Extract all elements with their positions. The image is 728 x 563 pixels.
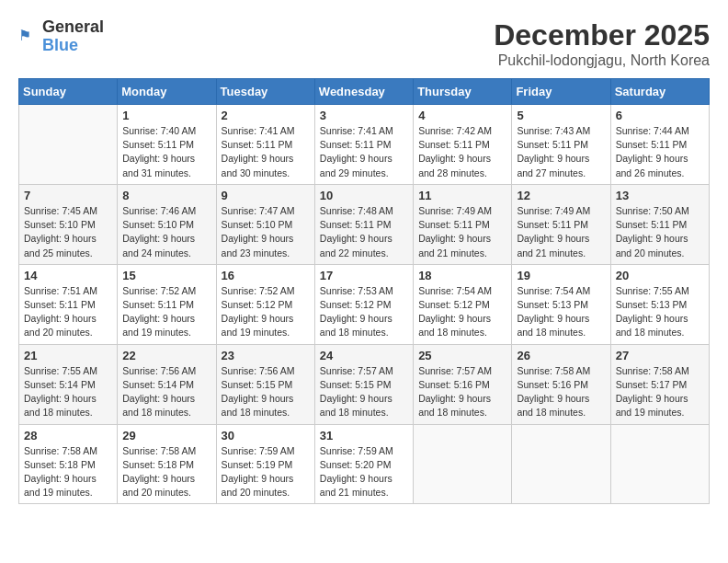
day-number: 18 [418,269,506,282]
day-number: 26 [517,349,605,362]
day-number: 1 [122,109,210,122]
day-info: Sunrise: 7:56 AMSunset: 5:15 PMDaylight:… [222,364,310,420]
day-info: Sunrise: 7:58 AMSunset: 5:17 PMDaylight:… [616,364,704,420]
day-info: Sunrise: 7:58 AMSunset: 5:18 PMDaylight:… [24,444,112,500]
calendar-cell: 28 Sunrise: 7:58 AMSunset: 5:18 PMDaylig… [19,424,118,504]
day-number: 8 [122,189,210,202]
day-number: 19 [517,269,605,282]
calendar-cell: 22 Sunrise: 7:56 AMSunset: 5:14 PMDaylig… [118,344,216,424]
day-number: 6 [616,109,704,122]
day-number: 2 [222,109,310,122]
day-info: Sunrise: 7:42 AMSunset: 5:11 PMDaylight:… [418,124,506,180]
day-number: 31 [320,429,408,442]
day-number: 17 [320,269,408,282]
day-info: Sunrise: 7:40 AMSunset: 5:11 PMDaylight:… [122,124,210,180]
day-info: Sunrise: 7:59 AMSunset: 5:19 PMDaylight:… [222,444,310,500]
day-number: 23 [222,349,310,362]
calendar-cell: 17 Sunrise: 7:53 AMSunset: 5:12 PMDaylig… [314,264,413,344]
day-number: 15 [122,269,210,282]
calendar-cell: 18 Sunrise: 7:54 AMSunset: 5:12 PMDaylig… [414,264,512,344]
day-info: Sunrise: 7:53 AMSunset: 5:12 PMDaylight:… [320,284,408,340]
day-info: Sunrise: 7:46 AMSunset: 5:10 PMDaylight:… [122,204,210,260]
logo-text: General Blue [42,18,104,55]
day-info: Sunrise: 7:58 AMSunset: 5:16 PMDaylight:… [517,364,605,420]
calendar-cell: 10 Sunrise: 7:48 AMSunset: 5:11 PMDaylig… [314,184,413,264]
day-number: 9 [222,189,310,202]
day-number: 12 [517,189,605,202]
logo-icon: ⚑ [18,27,39,47]
header-thursday: Thursday [414,79,512,105]
calendar-cell: 24 Sunrise: 7:57 AMSunset: 5:15 PMDaylig… [314,344,413,424]
day-info: Sunrise: 7:50 AMSunset: 5:11 PMDaylight:… [616,204,704,260]
day-info: Sunrise: 7:52 AMSunset: 5:12 PMDaylight:… [222,284,310,340]
calendar-cell: 3 Sunrise: 7:41 AMSunset: 5:11 PMDayligh… [314,105,413,185]
calendar-week-row: 7 Sunrise: 7:45 AMSunset: 5:10 PMDayligh… [19,184,710,264]
calendar-cell: 31 Sunrise: 7:59 AMSunset: 5:20 PMDaylig… [314,424,413,504]
day-info: Sunrise: 7:49 AMSunset: 5:11 PMDaylight:… [517,204,605,260]
calendar-cell: 27 Sunrise: 7:58 AMSunset: 5:17 PMDaylig… [610,344,709,424]
day-number: 24 [320,349,408,362]
calendar-cell: 14 Sunrise: 7:51 AMSunset: 5:11 PMDaylig… [19,264,118,344]
day-number: 7 [24,189,112,202]
calendar-cell [610,424,709,504]
logo-general: General [42,17,104,36]
day-info: Sunrise: 7:41 AMSunset: 5:11 PMDaylight:… [222,124,310,180]
page-header: ⚑ General Blue December 2025 Pukchil-lod… [18,18,710,69]
day-info: Sunrise: 7:59 AMSunset: 5:20 PMDaylight:… [320,444,408,500]
calendar-cell: 29 Sunrise: 7:58 AMSunset: 5:18 PMDaylig… [118,424,216,504]
day-number: 4 [418,109,506,122]
day-info: Sunrise: 7:54 AMSunset: 5:13 PMDaylight:… [517,284,605,340]
header-friday: Friday [512,79,610,105]
calendar-cell: 8 Sunrise: 7:46 AMSunset: 5:10 PMDayligh… [118,184,216,264]
day-info: Sunrise: 7:43 AMSunset: 5:11 PMDaylight:… [517,124,605,180]
calendar-cell: 6 Sunrise: 7:44 AMSunset: 5:11 PMDayligh… [610,105,709,185]
day-number: 20 [616,269,704,282]
calendar-cell: 23 Sunrise: 7:56 AMSunset: 5:15 PMDaylig… [216,344,314,424]
calendar-cell [512,424,610,504]
calendar-table: SundayMondayTuesdayWednesdayThursdayFrid… [18,78,710,504]
calendar-cell: 13 Sunrise: 7:50 AMSunset: 5:11 PMDaylig… [610,184,709,264]
day-info: Sunrise: 7:56 AMSunset: 5:14 PMDaylight:… [122,364,210,420]
calendar-header-row: SundayMondayTuesdayWednesdayThursdayFrid… [19,79,710,105]
calendar-subtitle: Pukchil-lodongjagu, North Korea [494,52,710,69]
calendar-cell: 15 Sunrise: 7:52 AMSunset: 5:11 PMDaylig… [118,264,216,344]
header-monday: Monday [118,79,216,105]
day-number: 11 [418,189,506,202]
calendar-cell: 19 Sunrise: 7:54 AMSunset: 5:13 PMDaylig… [512,264,610,344]
calendar-cell: 11 Sunrise: 7:49 AMSunset: 5:11 PMDaylig… [414,184,512,264]
day-info: Sunrise: 7:55 AMSunset: 5:14 PMDaylight:… [24,364,112,420]
calendar-cell: 12 Sunrise: 7:49 AMSunset: 5:11 PMDaylig… [512,184,610,264]
day-info: Sunrise: 7:57 AMSunset: 5:16 PMDaylight:… [418,364,506,420]
day-info: Sunrise: 7:52 AMSunset: 5:11 PMDaylight:… [122,284,210,340]
day-info: Sunrise: 7:41 AMSunset: 5:11 PMDaylight:… [320,124,408,180]
svg-text:⚑: ⚑ [18,27,31,43]
day-info: Sunrise: 7:51 AMSunset: 5:11 PMDaylight:… [24,284,112,340]
header-wednesday: Wednesday [314,79,413,105]
day-info: Sunrise: 7:49 AMSunset: 5:11 PMDaylight:… [418,204,506,260]
logo-blue: Blue [42,36,78,54]
calendar-cell: 26 Sunrise: 7:58 AMSunset: 5:16 PMDaylig… [512,344,610,424]
header-saturday: Saturday [610,79,709,105]
calendar-cell: 7 Sunrise: 7:45 AMSunset: 5:10 PMDayligh… [19,184,118,264]
day-info: Sunrise: 7:45 AMSunset: 5:10 PMDaylight:… [24,204,112,260]
day-number: 10 [320,189,408,202]
title-section: December 2025 Pukchil-lodongjagu, North … [494,18,710,69]
day-number: 22 [122,349,210,362]
day-number: 5 [517,109,605,122]
day-info: Sunrise: 7:48 AMSunset: 5:11 PMDaylight:… [320,204,408,260]
day-info: Sunrise: 7:54 AMSunset: 5:12 PMDaylight:… [418,284,506,340]
calendar-cell: 20 Sunrise: 7:55 AMSunset: 5:13 PMDaylig… [610,264,709,344]
calendar-cell: 9 Sunrise: 7:47 AMSunset: 5:10 PMDayligh… [216,184,314,264]
calendar-cell [414,424,512,504]
calendar-cell: 2 Sunrise: 7:41 AMSunset: 5:11 PMDayligh… [216,105,314,185]
day-number: 30 [222,429,310,442]
day-number: 14 [24,269,112,282]
calendar-cell: 16 Sunrise: 7:52 AMSunset: 5:12 PMDaylig… [216,264,314,344]
day-number: 16 [222,269,310,282]
calendar-week-row: 1 Sunrise: 7:40 AMSunset: 5:11 PMDayligh… [19,105,710,185]
day-number: 3 [320,109,408,122]
day-info: Sunrise: 7:44 AMSunset: 5:11 PMDaylight:… [616,124,704,180]
calendar-week-row: 14 Sunrise: 7:51 AMSunset: 5:11 PMDaylig… [19,264,710,344]
calendar-week-row: 21 Sunrise: 7:55 AMSunset: 5:14 PMDaylig… [19,344,710,424]
calendar-cell: 30 Sunrise: 7:59 AMSunset: 5:19 PMDaylig… [216,424,314,504]
